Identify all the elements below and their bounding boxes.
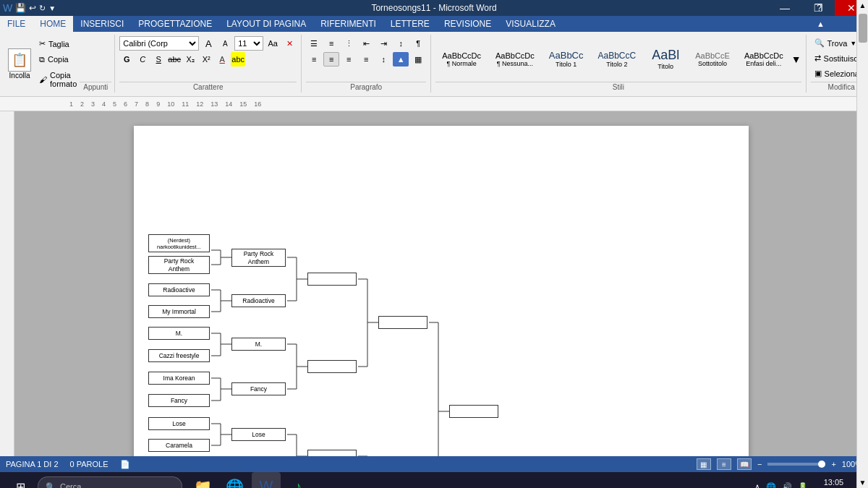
bullets-button[interactable]: ☰ bbox=[306, 36, 322, 51]
sort-button[interactable]: ↕ bbox=[393, 36, 409, 51]
menu-revisione[interactable]: REVISIONE bbox=[437, 16, 498, 32]
clipboard-group: 📋 Incolla ✂ Taglia ⧉ Copia 🖌 Copia forma… bbox=[3, 35, 115, 93]
scroll-down-button[interactable]: ▼ bbox=[858, 477, 868, 488]
font-size-select[interactable]: 11 bbox=[234, 36, 263, 51]
paste-label: Incolla bbox=[9, 72, 30, 80]
style-normal-button[interactable]: AaBbCcDc ¶ Normale bbox=[435, 39, 488, 80]
taskbar-explorer[interactable]: 📁 bbox=[188, 472, 217, 488]
search-icon: 🔍 bbox=[46, 482, 56, 489]
search-bar[interactable]: 🔍 Cerca bbox=[38, 476, 182, 488]
align-right-button[interactable]: ≡ bbox=[341, 52, 357, 67]
clock[interactable]: 13:05 19/07/2024 bbox=[814, 478, 854, 488]
font-case-button[interactable]: Aa bbox=[265, 36, 280, 51]
justify-button[interactable]: ≡ bbox=[358, 52, 374, 67]
strikethrough-button[interactable]: abc bbox=[167, 52, 182, 67]
font-row1: Calibri (Corp A A 11 Aa ✕ bbox=[119, 36, 297, 51]
highlight-button[interactable]: abc bbox=[231, 52, 245, 67]
styles-more-button[interactable]: ▼ bbox=[791, 53, 801, 65]
save-icon[interactable]: 💾 bbox=[15, 3, 26, 13]
menu-visualizza[interactable]: VISUALIZZA bbox=[498, 16, 563, 32]
decrease-indent-button[interactable]: ⇤ bbox=[358, 36, 374, 51]
clear-formatting-button[interactable]: ✕ bbox=[282, 36, 297, 51]
shrink-font-button[interactable]: A bbox=[218, 36, 232, 51]
read-mode-button[interactable]: 📖 bbox=[737, 458, 752, 470]
redo-icon[interactable]: ↻ bbox=[39, 4, 46, 13]
cut-icon: ✂ bbox=[39, 39, 46, 48]
align-left-button[interactable]: ≡ bbox=[306, 52, 322, 67]
underline-button[interactable]: S bbox=[151, 52, 166, 67]
menu-layout[interactable]: LAYOUT DI PAGINA bbox=[219, 16, 313, 32]
bracket-r1-8: Fancy bbox=[148, 394, 210, 407]
paste-button[interactable]: 📋 Incolla bbox=[6, 36, 33, 91]
bracket-r1-5: M. bbox=[148, 327, 210, 340]
bold-button[interactable]: G bbox=[119, 52, 134, 67]
cut-button[interactable]: ✂ Taglia bbox=[36, 38, 80, 50]
customize-icon[interactable]: ▼ bbox=[48, 4, 56, 12]
style-nonessuna-button[interactable]: AaBbCcDc ¶ Nessuna... bbox=[489, 39, 541, 80]
borders-button[interactable]: ▦ bbox=[410, 52, 426, 67]
print-layout-button[interactable]: ▦ bbox=[697, 458, 711, 470]
window-title: Torneosongs11 - Microsoft Word bbox=[371, 3, 496, 13]
menu-home[interactable]: HOME bbox=[33, 16, 73, 32]
line-spacing-button[interactable]: ↕ bbox=[375, 52, 391, 67]
menu-inserisci[interactable]: INSERISCI bbox=[73, 16, 131, 32]
grow-font-button[interactable]: A bbox=[201, 36, 216, 51]
minimize-button[interactable]: — bbox=[768, 0, 801, 16]
replace-label: Sostituisci bbox=[824, 54, 860, 63]
select-label: Seleziona bbox=[825, 69, 859, 78]
bracket-r1-3: Radioactive bbox=[148, 283, 210, 296]
menu-progettazione[interactable]: PROGETTAZIONE bbox=[131, 16, 219, 32]
zoom-thumb[interactable] bbox=[818, 461, 825, 468]
document-area[interactable]: (Nerdest)narkootikunidest... Party RockA… bbox=[14, 111, 868, 456]
multilevel-button[interactable]: ⋮ bbox=[341, 36, 357, 51]
font-color-button[interactable]: A bbox=[215, 52, 229, 67]
italic-button[interactable]: C bbox=[135, 52, 150, 67]
style-titolo1-button[interactable]: AaBbCc Titolo 1 bbox=[542, 39, 590, 80]
web-layout-button[interactable]: ≡ bbox=[717, 458, 731, 470]
taskbar-spotify[interactable]: ♪ bbox=[284, 472, 312, 488]
style-sottotitolo-button[interactable]: AaBbCcE Sottotitolo bbox=[689, 39, 736, 80]
increase-indent-button[interactable]: ⇥ bbox=[375, 36, 391, 51]
tray-chevron[interactable]: ∧ bbox=[754, 482, 760, 489]
taskbar-chrome[interactable]: 🌐 bbox=[220, 472, 249, 488]
style-titolo-button[interactable]: AaBl Titolo bbox=[644, 39, 687, 80]
style-titolo2-button[interactable]: AaBbCcC Titolo 2 bbox=[592, 39, 643, 80]
taskbar-word[interactable]: W bbox=[252, 472, 281, 488]
show-marks-button[interactable]: ¶ bbox=[410, 36, 426, 51]
find-dropdown-icon[interactable]: ▼ bbox=[850, 40, 856, 47]
copy-button[interactable]: ⧉ Copia bbox=[36, 53, 80, 66]
ruler-marks: 12345 678910 1112131415 16 bbox=[69, 100, 261, 108]
scrollbar-right[interactable]: ▲ ▼ bbox=[856, 0, 868, 488]
undo-icon[interactable]: ↩ bbox=[29, 3, 36, 13]
style-titolo1-label: Titolo 1 bbox=[556, 61, 576, 68]
battery-icon: 🔋 bbox=[798, 482, 808, 489]
style-enfasi-button[interactable]: AaBbCcDc Enfasi deli... bbox=[738, 39, 790, 80]
clipboard-right: ✂ Taglia ⧉ Copia 🖌 Copia formato bbox=[33, 36, 80, 91]
page-info: PAGINA 1 DI 2 bbox=[6, 460, 59, 468]
superscript-button[interactable]: X² bbox=[199, 52, 213, 67]
bracket-r5-1 bbox=[449, 405, 498, 418]
align-center-button[interactable]: ≡ bbox=[323, 52, 339, 67]
scroll-thumb[interactable] bbox=[859, 14, 867, 43]
font-family-select[interactable]: Calibri (Corp bbox=[119, 36, 199, 51]
format-painter-button[interactable]: 🖌 Copia formato bbox=[36, 69, 80, 90]
menu-file[interactable]: FILE bbox=[0, 16, 33, 32]
numbering-button[interactable]: ≡ bbox=[323, 36, 339, 51]
document-page[interactable]: (Nerdest)narkootikunidest... Party RockA… bbox=[134, 126, 749, 456]
font-group-label: Carattere bbox=[119, 82, 297, 91]
restore-button[interactable]: ❐ bbox=[801, 0, 835, 16]
bracket-r2-4: Fancy bbox=[231, 382, 286, 395]
menu-riferimenti[interactable]: RIFERIMENTI bbox=[313, 16, 383, 32]
start-button[interactable]: ⊞ bbox=[6, 472, 35, 488]
volume-icon[interactable]: 🔊 bbox=[782, 482, 792, 489]
shading-button[interactable]: ▲ bbox=[393, 52, 409, 67]
menu-lettere[interactable]: LETTERE bbox=[383, 16, 437, 32]
network-icon[interactable]: 🌐 bbox=[766, 482, 776, 489]
subscript-button[interactable]: X₂ bbox=[183, 52, 197, 67]
zoom-in-button[interactable]: + bbox=[831, 460, 835, 468]
bracket-r1-4: My Immortal bbox=[148, 305, 210, 318]
bracket-r4-1 bbox=[378, 316, 427, 329]
zoom-out-button[interactable]: − bbox=[757, 460, 762, 468]
zoom-slider[interactable] bbox=[767, 463, 825, 466]
scroll-up-button[interactable]: ▲ bbox=[858, 0, 868, 11]
